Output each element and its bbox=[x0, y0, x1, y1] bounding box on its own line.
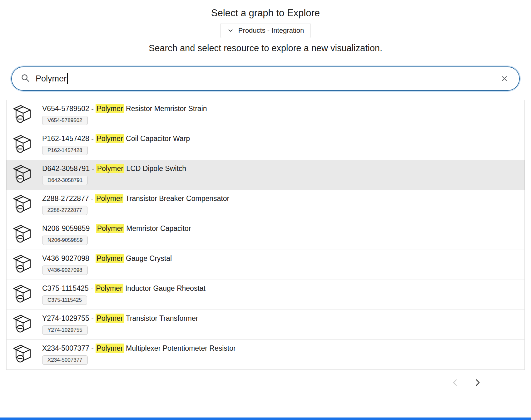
result-title: C375-1115425 - Polymer Inductor Gauge Rh… bbox=[42, 284, 206, 293]
result-code-badge: C375-1115425 bbox=[42, 295, 87, 305]
result-title: D642-3058791 - Polymer LCD Dipole Switch bbox=[42, 164, 186, 173]
result-title: N206-9059859 - Polymer Memristor Capacit… bbox=[42, 224, 191, 233]
highlight-match: Polymer bbox=[96, 224, 124, 233]
search-icon bbox=[21, 73, 30, 84]
package-icon bbox=[13, 254, 33, 275]
graph-type-dropdown[interactable]: Products - Integration bbox=[221, 23, 310, 38]
page-subtitle: Search and select resource to explore a … bbox=[0, 43, 531, 53]
highlight-match: Polymer bbox=[95, 284, 123, 293]
highlight-match: Polymer bbox=[96, 134, 124, 143]
package-icon bbox=[13, 314, 33, 335]
package-icon bbox=[13, 284, 33, 305]
result-title: Z288-2722877 - Polymer Transistor Breake… bbox=[42, 194, 229, 203]
package-icon bbox=[13, 164, 33, 185]
result-row[interactable]: V654-5789502 - Polymer Resistor Memristo… bbox=[6, 100, 525, 130]
result-code-badge: X234-5007377 bbox=[42, 355, 88, 365]
result-row[interactable]: X234-5007377 - Polymer Multiplexer Poten… bbox=[6, 339, 525, 370]
clear-search-button[interactable] bbox=[499, 73, 510, 85]
package-icon bbox=[13, 344, 33, 365]
highlight-match: Polymer bbox=[96, 344, 124, 353]
result-row[interactable]: Z288-2722877 - Polymer Transistor Breake… bbox=[6, 190, 525, 220]
result-row[interactable]: N206-9059859 - Polymer Memristor Capacit… bbox=[6, 220, 525, 250]
package-icon bbox=[13, 194, 33, 215]
result-code-badge: V436-9027098 bbox=[42, 266, 88, 275]
result-code-badge: Z288-2722877 bbox=[42, 206, 87, 215]
prev-page-button[interactable] bbox=[449, 377, 461, 388]
bottom-accent-bar bbox=[0, 418, 531, 420]
result-row[interactable]: C375-1115425 - Polymer Inductor Gauge Rh… bbox=[6, 280, 525, 310]
page-title: Select a graph to Explore bbox=[0, 7, 531, 19]
highlight-match: Polymer bbox=[96, 254, 124, 263]
result-title: V436-9027098 - Polymer Gauge Crystal bbox=[42, 254, 172, 263]
text-cursor bbox=[67, 73, 68, 84]
result-title: P162-1457428 - Polymer Coil Capacitor Wa… bbox=[42, 134, 190, 143]
result-code-badge: Y274-1029755 bbox=[42, 325, 88, 335]
package-icon bbox=[13, 105, 33, 125]
search-value: Polymer bbox=[36, 74, 67, 84]
package-icon bbox=[13, 134, 33, 155]
result-title: Y274-1029755 - Polymer Transistor Transf… bbox=[42, 314, 198, 323]
result-code-badge: N206-9059859 bbox=[42, 236, 88, 245]
result-code-badge: V654-5789502 bbox=[42, 116, 88, 125]
result-title: X234-5007377 - Polymer Multiplexer Poten… bbox=[42, 344, 236, 353]
result-row[interactable]: V436-9027098 - Polymer Gauge Crystal V43… bbox=[6, 250, 525, 280]
result-title: V654-5789502 - Polymer Resistor Memristo… bbox=[42, 104, 207, 113]
result-code-badge: P162-1457428 bbox=[42, 146, 88, 155]
results-list: V654-5789502 - Polymer Resistor Memristo… bbox=[6, 100, 525, 370]
highlight-match: Polymer bbox=[96, 104, 124, 113]
highlight-match: Polymer bbox=[96, 164, 124, 173]
search-input[interactable]: Polymer bbox=[11, 66, 520, 91]
pagination bbox=[0, 377, 531, 388]
next-page-button[interactable] bbox=[472, 377, 484, 388]
result-row[interactable]: Y274-1029755 - Polymer Transistor Transf… bbox=[6, 310, 525, 340]
result-row[interactable]: D642-3058791 - Polymer LCD Dipole Switch… bbox=[6, 160, 525, 190]
highlight-match: Polymer bbox=[96, 314, 124, 323]
header: Select a graph to Explore Products - Int… bbox=[0, 0, 531, 53]
graph-type-dropdown-label: Products - Integration bbox=[238, 27, 304, 35]
chevron-down-icon bbox=[227, 27, 234, 34]
result-row[interactable]: P162-1457428 - Polymer Coil Capacitor Wa… bbox=[6, 130, 525, 160]
package-icon bbox=[13, 224, 33, 245]
highlight-match: Polymer bbox=[95, 194, 123, 203]
result-code-badge: D642-3058791 bbox=[42, 176, 88, 185]
